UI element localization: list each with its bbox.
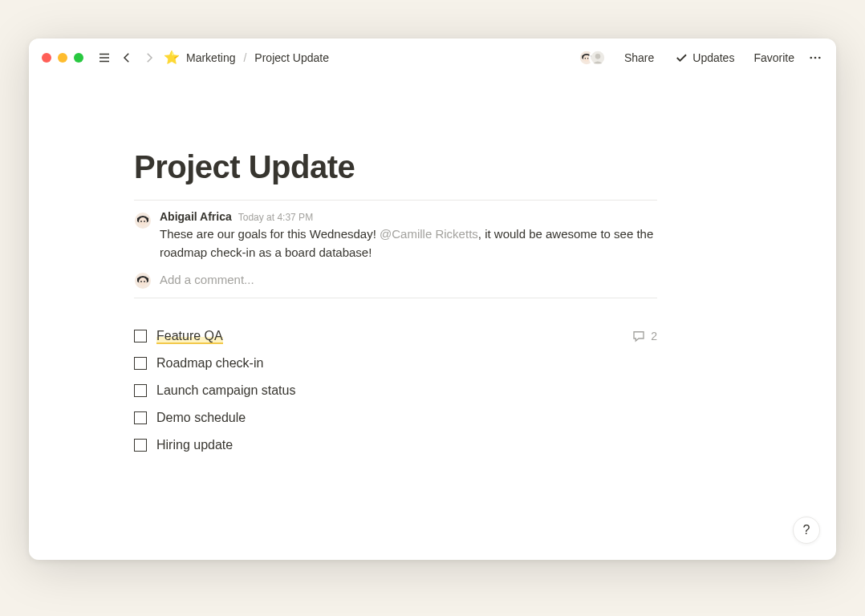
svg-point-21 bbox=[139, 278, 147, 286]
comment-count-value: 2 bbox=[651, 330, 657, 342]
checkbox[interactable] bbox=[134, 439, 147, 452]
todo-label[interactable]: Demo schedule bbox=[156, 408, 657, 428]
breadcrumb-parent[interactable]: Marketing bbox=[186, 51, 235, 64]
todo-item[interactable]: Hiring update bbox=[134, 432, 657, 459]
add-comment-placeholder: Add a comment... bbox=[160, 273, 254, 286]
todo-list: Feature QA 2 Roadmap check-in Launch cam… bbox=[134, 322, 657, 459]
comment: Abigail Africa Today at 4:37 PM These ar… bbox=[134, 210, 657, 262]
checkbox[interactable] bbox=[134, 411, 147, 424]
forward-button[interactable] bbox=[141, 50, 157, 66]
share-button[interactable]: Share bbox=[618, 51, 660, 64]
favorite-button[interactable]: Favorite bbox=[747, 51, 801, 64]
add-comment-row[interactable]: Add a comment... bbox=[134, 270, 657, 290]
todo-comment-count[interactable]: 2 bbox=[631, 329, 657, 343]
svg-point-13 bbox=[818, 57, 821, 59]
breadcrumb-separator: / bbox=[242, 51, 248, 64]
window-controls bbox=[42, 53, 83, 63]
svg-point-6 bbox=[585, 58, 586, 59]
todo-label[interactable]: Launch campaign status bbox=[156, 381, 657, 400]
svg-point-12 bbox=[814, 57, 817, 59]
app-window: ⭐ Marketing / Project Update Share Updat… bbox=[29, 38, 836, 560]
updates-label: Updates bbox=[692, 51, 734, 64]
maximize-window-button[interactable] bbox=[74, 53, 83, 63]
comment-body: These are our goals for this Wednesday! … bbox=[160, 225, 657, 262]
comment-text-pre: These are our goals for this Wednesday! bbox=[160, 227, 380, 241]
todo-label[interactable]: Feature QA bbox=[156, 326, 622, 346]
more-icon[interactable] bbox=[807, 50, 823, 66]
svg-point-11 bbox=[810, 57, 812, 59]
menu-icon[interactable] bbox=[96, 50, 112, 66]
svg-point-18 bbox=[144, 221, 145, 222]
comment-author: Abigail Africa bbox=[160, 210, 232, 223]
current-user-avatar bbox=[134, 272, 152, 290]
todo-label[interactable]: Roadmap check-in bbox=[156, 354, 657, 373]
presence-avatars[interactable] bbox=[578, 49, 607, 67]
checkbox[interactable] bbox=[134, 330, 147, 342]
todo-item[interactable]: Feature QA 2 bbox=[134, 322, 657, 350]
todo-item[interactable]: Roadmap check-in bbox=[134, 350, 657, 377]
comments-section: Abigail Africa Today at 4:37 PM These ar… bbox=[134, 200, 657, 298]
svg-point-17 bbox=[140, 221, 142, 222]
todo-item[interactable]: Launch campaign status bbox=[134, 377, 657, 404]
mention[interactable]: @Camille Ricketts bbox=[380, 227, 478, 241]
checkbox[interactable] bbox=[134, 357, 147, 370]
breadcrumb-current[interactable]: Project Update bbox=[254, 51, 329, 64]
updates-button[interactable]: Updates bbox=[667, 50, 741, 66]
svg-point-16 bbox=[139, 217, 147, 225]
close-window-button[interactable] bbox=[42, 53, 51, 63]
todo-item[interactable]: Demo schedule bbox=[134, 404, 657, 432]
todo-label[interactable]: Hiring update bbox=[156, 436, 657, 455]
comment-avatar bbox=[134, 212, 152, 229]
check-icon bbox=[673, 50, 689, 66]
avatar bbox=[589, 49, 607, 67]
svg-point-10 bbox=[595, 54, 601, 59]
comment-icon bbox=[631, 329, 646, 343]
minimize-window-button[interactable] bbox=[58, 53, 67, 63]
svg-point-23 bbox=[144, 281, 145, 282]
page-title[interactable]: Project Update bbox=[134, 149, 657, 185]
star-icon[interactable]: ⭐ bbox=[164, 51, 180, 64]
back-button[interactable] bbox=[119, 50, 135, 66]
topbar: ⭐ Marketing / Project Update Share Updat… bbox=[29, 38, 836, 77]
comment-timestamp: Today at 4:37 PM bbox=[238, 212, 313, 223]
svg-point-22 bbox=[140, 281, 142, 282]
checkbox[interactable] bbox=[134, 384, 147, 397]
page-content: Project Update Abigail Africa Today at 4… bbox=[29, 77, 836, 560]
help-button[interactable]: ? bbox=[793, 517, 820, 544]
